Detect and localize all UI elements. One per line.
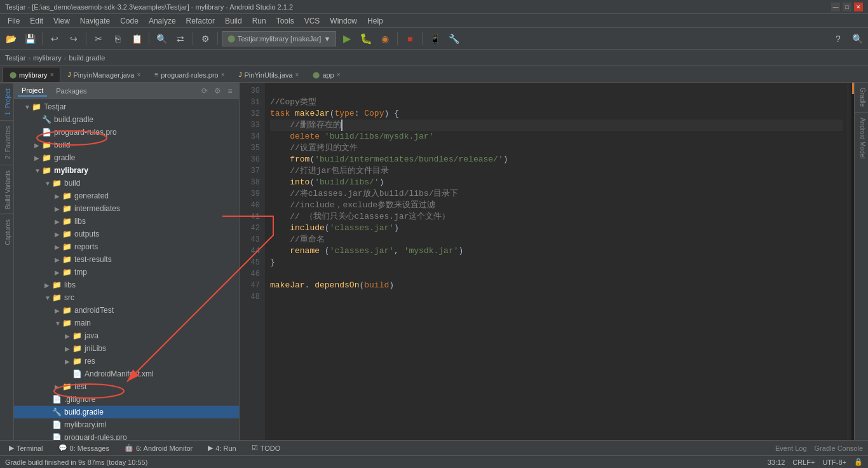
menu-analyze[interactable]: Analyze: [144, 15, 181, 27]
messages-icon: 💬: [58, 444, 67, 452]
vtab-favorites[interactable]: 2: Favorites: [0, 120, 13, 164]
tree-item-java[interactable]: ▶ 📁 java: [14, 329, 239, 342]
tree-item-testjar[interactable]: ▼ 📁 Testjar: [14, 100, 239, 113]
tree-item-test[interactable]: ▶ 📁 test: [14, 380, 239, 393]
tab-mylibrary[interactable]: ⬤ mylibrary ×: [3, 67, 60, 82]
menu-build[interactable]: Build: [220, 15, 247, 27]
menu-file[interactable]: File: [3, 15, 25, 27]
bottom-tab-messages[interactable]: 💬 0: Messages: [55, 443, 113, 453]
menu-run[interactable]: Run: [247, 15, 271, 27]
tree-item-mylibrary-proguard[interactable]: 📄 proguard-rules.pro: [14, 431, 239, 440]
tree-item-src[interactable]: ▼ 📁 src: [14, 291, 239, 304]
tree-item-mylibrary-build[interactable]: ▼ 📁 build: [14, 177, 239, 189]
vtab-android-model[interactable]: Android Model: [855, 113, 868, 163]
panel-sync-btn[interactable]: ⟳: [200, 86, 210, 96]
bottom-tab-android-monitor[interactable]: 🤖 6: Android Monitor: [121, 443, 196, 453]
toolbar-save-btn[interactable]: 💾: [22, 31, 38, 47]
toolbar-open-btn[interactable]: 📂: [3, 31, 19, 47]
tree-item-generated[interactable]: ▶ 📁 generated: [14, 189, 239, 202]
tree-item-root-buildgradle[interactable]: 🔧 build.gradle: [14, 113, 239, 126]
menu-view[interactable]: View: [48, 15, 75, 27]
tree-item-root-gradle[interactable]: ▶ 📁 gradle: [14, 151, 239, 164]
tree-arrow-tmp: ▶: [55, 269, 62, 276]
toolbar-help-btn[interactable]: ?: [830, 31, 846, 47]
bottom-tab-terminal[interactable]: ▶ Terminal: [5, 443, 47, 453]
bottom-tab-run[interactable]: ▶ 4: Run: [204, 443, 240, 453]
breadcrumb-mylibrary[interactable]: mylibrary: [33, 54, 62, 62]
toolbar-avd-btn[interactable]: 📱: [426, 31, 443, 47]
panel-collapse-btn[interactable]: ≡: [225, 86, 235, 96]
breadcrumb-buildgradle[interactable]: build.gradle: [69, 54, 105, 62]
toolbar-search-btn[interactable]: 🔍: [153, 31, 170, 47]
breadcrumb-testjar[interactable]: Testjar: [5, 54, 25, 62]
tree-item-build-libs[interactable]: ▶ 📁 libs: [14, 215, 239, 228]
menu-navigate[interactable]: Navigate: [75, 15, 115, 27]
toolbar-copy-btn[interactable]: ⎘: [109, 31, 126, 47]
tab-pinyinutils[interactable]: J PinYinUtils.java ×: [232, 67, 306, 82]
menu-window[interactable]: Window: [325, 15, 362, 27]
coverage-button[interactable]: ◉: [377, 31, 393, 47]
tab-pinyinmanager[interactable]: J PinyinManager.java ×: [60, 67, 147, 82]
panel-tab-packages[interactable]: Packages: [52, 86, 90, 96]
panel-settings-btn[interactable]: ⚙: [212, 86, 222, 96]
tree-item-res[interactable]: ▶ 📁 res: [14, 355, 239, 368]
vtab-gradle[interactable]: Gradle: [855, 83, 868, 113]
toolbar-undo-btn[interactable]: ↩: [46, 31, 63, 47]
tree-item-gitignore[interactable]: 📄 .gitignore: [14, 393, 239, 406]
minimize-button[interactable]: —: [831, 3, 840, 11]
tab-app[interactable]: ⬤ app ×: [306, 67, 347, 82]
menu-help[interactable]: Help: [362, 15, 388, 27]
toolbar-cut-btn[interactable]: ✂: [90, 31, 107, 47]
menu-tools[interactable]: Tools: [271, 15, 299, 27]
maximize-button[interactable]: □: [843, 3, 851, 11]
vtab-captures[interactable]: Captures: [0, 214, 13, 251]
toolbar-search-everywhere-btn[interactable]: 🔍: [849, 31, 865, 47]
menu-refactor[interactable]: Refactor: [181, 15, 220, 27]
tree-item-mylibrary[interactable]: ▼ 📁 mylibrary: [14, 164, 239, 177]
tree-item-root-build[interactable]: ▶ 📁 build: [14, 139, 239, 151]
code-line-43: //重命名: [270, 234, 843, 245]
tab-close-pinyinutils[interactable]: ×: [295, 71, 299, 78]
right-panel-tabs: Gradle Android Model: [854, 83, 868, 440]
tab-close-app[interactable]: ×: [337, 71, 341, 78]
tab-close-mylibrary[interactable]: ×: [50, 71, 54, 78]
bottom-tab-todo[interactable]: ☑ TODO: [248, 443, 285, 453]
tree-item-iml[interactable]: 📄 mylibrary.iml: [14, 418, 239, 431]
tree-item-buildgradle-selected[interactable]: 🔧 build.gradle: [14, 406, 239, 418]
tree-item-main[interactable]: ▼ 📁 main: [14, 317, 239, 329]
tree-item-intermediates[interactable]: ▶ 📁 intermediates: [14, 202, 239, 215]
toolbar-stop-btn[interactable]: ■: [402, 31, 418, 47]
toolbar-paste-btn[interactable]: 📋: [128, 31, 145, 47]
event-log-link[interactable]: Event Log: [775, 444, 807, 452]
run-button[interactable]: ▶: [339, 31, 355, 47]
toolbar-replace-btn[interactable]: ⇄: [172, 31, 189, 47]
tree-item-tmp[interactable]: ▶ 📁 tmp: [14, 266, 239, 279]
panel-tab-project[interactable]: Project: [18, 85, 47, 97]
tree-item-jnilibs[interactable]: ▶ 📁 jniLibs: [14, 342, 239, 355]
vtab-build-variants[interactable]: Build Variants: [0, 165, 13, 214]
tree-item-test-results[interactable]: ▶ 📁 test-results: [14, 253, 239, 266]
gradle-console-link[interactable]: Gradle Console: [815, 444, 863, 452]
debug-button[interactable]: 🐛: [358, 31, 374, 47]
tree-item-manifest[interactable]: 📄 AndroidManifest.xml: [14, 368, 239, 380]
tree-item-reports[interactable]: ▶ 📁 reports: [14, 240, 239, 253]
toolbar-redo-btn[interactable]: ↪: [65, 31, 82, 47]
tab-proguard[interactable]: ≡ proguard-rules.pro ×: [147, 67, 231, 82]
menu-vcs[interactable]: VCS: [299, 15, 325, 27]
tree-item-root-proguard[interactable]: 📄 proguard-rules.pro: [14, 126, 239, 139]
menu-code[interactable]: Code: [115, 15, 144, 27]
tree-label-gitignore: .gitignore: [64, 395, 95, 404]
tree-item-mylibrary-libs[interactable]: ▶ 📁 libs: [14, 279, 239, 291]
toolbar-structure-btn[interactable]: ⚙: [197, 31, 214, 47]
tab-close-pinyinmanager[interactable]: ×: [137, 71, 140, 78]
code-content[interactable]: //Copy类型 task makeJar(type: Copy) { //删除…: [265, 83, 848, 440]
toolbar-sdk-btn[interactable]: 🔧: [445, 31, 462, 47]
run-config-selector[interactable]: ⬤ Testjar:mylibrary [makeJar] ▼: [222, 31, 336, 46]
menu-edit[interactable]: Edit: [25, 15, 48, 27]
tree-item-outputs[interactable]: ▶ 📁 outputs: [14, 228, 239, 240]
tree-item-androidtest[interactable]: ▶ 📁 androidTest: [14, 304, 239, 317]
close-button[interactable]: ✕: [854, 3, 863, 11]
tab-close-proguard[interactable]: ×: [221, 71, 225, 78]
panel-actions: ⟳ ⚙ ≡: [200, 86, 235, 96]
vtab-project[interactable]: 1: Project: [0, 83, 13, 120]
